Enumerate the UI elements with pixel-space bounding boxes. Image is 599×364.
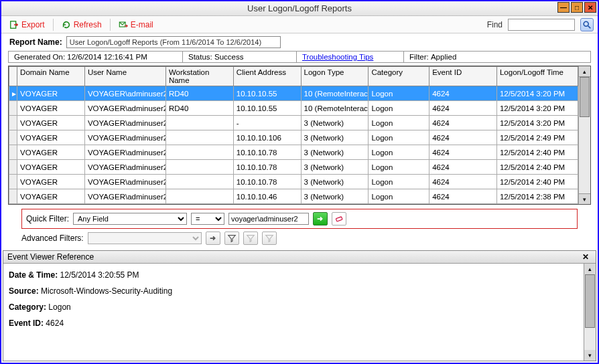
evt-datetime-label: Date & Time:: [9, 270, 58, 280]
scroll-thumb[interactable]: [580, 77, 590, 117]
quick-filter-field[interactable]: Any Field: [73, 213, 187, 225]
row-header[interactable]: [9, 175, 17, 189]
app-window: User Logon/Logoff Reports — □ ✕ Export R…: [0, 0, 599, 364]
col-client[interactable]: Client Address: [233, 67, 301, 86]
row-header[interactable]: [9, 116, 17, 130]
row-header[interactable]: [9, 189, 17, 204]
table-vscrollbar[interactable]: ▴ ▾: [578, 66, 590, 204]
advanced-filter-row: Advanced Filters:: [21, 232, 578, 245]
close-button[interactable]: ✕: [584, 2, 596, 13]
svg-point-2: [584, 21, 588, 26]
advanced-filter-apply-button[interactable]: [206, 232, 220, 245]
quick-filter-op[interactable]: =: [191, 213, 224, 225]
quick-filter-value[interactable]: [228, 213, 309, 225]
table-row[interactable]: ▸VOYAGERVOYAGER\adminuser2RD4010.10.10.5…: [9, 86, 578, 101]
cell-client: 10.10.10.46: [233, 189, 301, 204]
col-domain[interactable]: Domain Name: [17, 67, 85, 86]
col-logontype[interactable]: Logon Type: [301, 67, 369, 86]
cell-cat: Logon: [369, 130, 429, 145]
cell-eid: 4624: [429, 116, 497, 130]
row-header[interactable]: [9, 145, 17, 160]
cell-domain: VOYAGER: [17, 101, 85, 116]
quick-filter-apply-button[interactable]: [313, 212, 328, 225]
evt-datetime-value: 12/5/2014 3:20:55 PM: [60, 270, 139, 280]
table-row[interactable]: VOYAGERVOYAGER\adminuser210.10.10.783 (N…: [9, 175, 578, 189]
cell-ltype: 10 (RemoteInteractive): [301, 86, 369, 101]
refresh-button[interactable]: Refresh: [58, 19, 106, 31]
find-input[interactable]: [508, 19, 575, 31]
col-workstation[interactable]: Workstation Name: [165, 67, 233, 86]
export-button[interactable]: Export: [5, 19, 49, 31]
filter-funnel-disabled-2: [262, 232, 277, 245]
event-viewer-title: Event Viewer Reference: [7, 252, 94, 262]
event-viewer-body: Date & Time: 12/5/2014 3:20:55 PM Source…: [3, 264, 596, 361]
cell-time: 12/5/2014 2:40 PM: [496, 160, 578, 175]
event-viewer-close-button[interactable]: ✕: [580, 252, 592, 262]
evt-category-value: Logon: [48, 302, 70, 312]
col-time[interactable]: Logon/Logoff Time: [496, 67, 578, 86]
report-name-row: Report Name:: [1, 33, 598, 51]
toolbar: Export Refresh E-mail Find: [1, 16, 598, 33]
toolbar-separator: [53, 19, 54, 31]
find-button[interactable]: [580, 18, 594, 31]
col-username[interactable]: User Name: [84, 67, 165, 86]
cell-ws: RD40: [165, 101, 233, 116]
cell-ltype: 3 (Network): [301, 130, 369, 145]
scroll-down-icon[interactable]: ▾: [584, 350, 596, 361]
quick-filter-clear-button[interactable]: [332, 212, 346, 225]
table-row[interactable]: VOYAGERVOYAGER\adminuser2RD4010.10.10.55…: [9, 101, 578, 116]
row-header[interactable]: [9, 101, 17, 116]
row-header[interactable]: [9, 130, 17, 145]
cell-client: 10.10.10.106: [233, 130, 301, 145]
scroll-thumb[interactable]: [585, 274, 595, 328]
evt-eventid-value: 4624: [46, 318, 64, 328]
filter-label: Filter:: [409, 53, 429, 61]
report-name-input[interactable]: [66, 36, 281, 48]
col-eventid[interactable]: Event ID: [429, 67, 497, 86]
evt-source-value: Microsoft-Windows-Security-Auditing: [41, 286, 172, 296]
filter-funnel-button[interactable]: [224, 232, 239, 245]
email-button[interactable]: E-mail: [115, 19, 157, 31]
report-table[interactable]: Domain Name User Name Workstation Name C…: [9, 66, 578, 204]
troubleshooting-link[interactable]: Troubleshooting Tips: [302, 53, 373, 61]
cell-cat: Logon: [369, 116, 429, 130]
toolbar-separator: [110, 19, 111, 31]
email-label: E-mail: [131, 20, 153, 29]
cell-domain: VOYAGER: [17, 160, 85, 175]
table-row[interactable]: VOYAGERVOYAGER\adminuser210.10.10.463 (N…: [9, 189, 578, 204]
minimize-button[interactable]: —: [557, 2, 570, 13]
quick-filter-label: Quick Filter:: [26, 214, 69, 223]
advanced-filter-select[interactable]: [88, 232, 202, 244]
cell-time: 12/5/2014 2:49 PM: [496, 130, 578, 145]
table-row[interactable]: VOYAGERVOYAGER\adminuser210.10.10.1063 (…: [9, 130, 578, 145]
table-row[interactable]: VOYAGERVOYAGER\adminuser210.10.10.783 (N…: [9, 160, 578, 175]
funnel-icon: [227, 234, 237, 243]
cell-ltype: 3 (Network): [301, 160, 369, 175]
cell-ws: [165, 175, 233, 189]
refresh-label: Refresh: [74, 20, 102, 29]
cell-domain: VOYAGER: [17, 130, 85, 145]
scroll-down-icon[interactable]: ▾: [579, 193, 590, 204]
cell-client: 10.10.10.78: [233, 175, 301, 189]
row-header[interactable]: [9, 160, 17, 175]
cell-eid: 4624: [429, 101, 497, 116]
row-header[interactable]: ▸: [9, 86, 17, 101]
table-row[interactable]: VOYAGERVOYAGER\adminuser210.10.10.783 (N…: [9, 145, 578, 160]
cell-cat: Logon: [369, 86, 429, 101]
cell-ws: [165, 130, 233, 145]
filter-cell: Filter: Applied: [404, 52, 590, 62]
scroll-up-icon[interactable]: ▴: [579, 66, 590, 77]
maximize-button[interactable]: □: [571, 2, 583, 13]
event-vscrollbar[interactable]: ▴ ▾: [584, 264, 596, 361]
scroll-up-icon[interactable]: ▴: [584, 264, 596, 274]
cell-cat: Logon: [369, 160, 429, 175]
evt-source-label: Source:: [9, 286, 39, 296]
col-category[interactable]: Category: [369, 67, 429, 86]
table-row[interactable]: VOYAGERVOYAGER\adminuser2-3 (Network)Log…: [9, 116, 578, 130]
cell-ltype: 10 (RemoteInteractive): [301, 101, 369, 116]
cell-time: 12/5/2014 3:20 PM: [496, 86, 578, 101]
svg-rect-4: [336, 217, 342, 221]
cell-eid: 4624: [429, 130, 497, 145]
cell-user: VOYAGER\adminuser2: [84, 160, 165, 175]
filter-value: Applied: [431, 53, 456, 61]
